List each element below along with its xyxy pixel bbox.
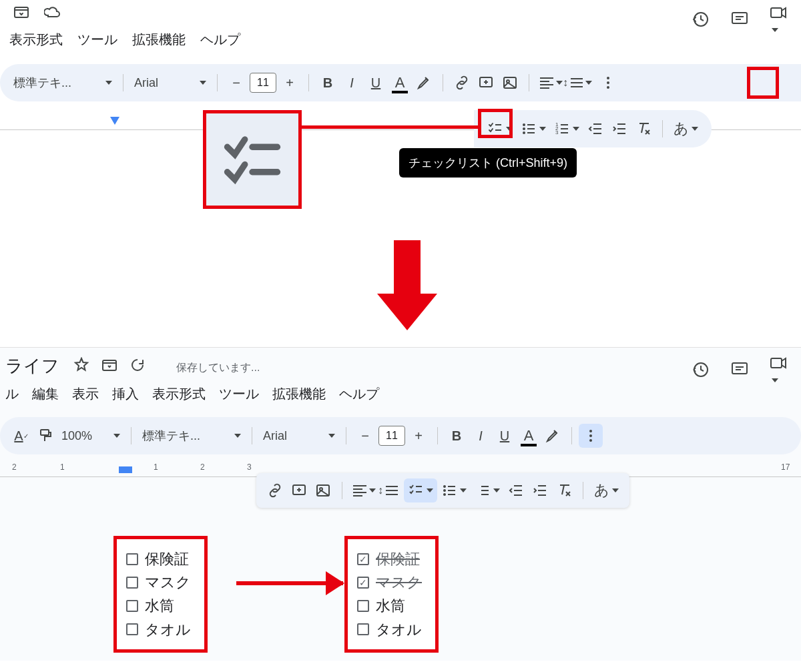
numbered-list-button[interactable]: 123 [550,117,583,141]
svg-point-7 [607,77,609,79]
font-size-increase[interactable]: + [278,71,302,95]
font-size-control: − 11 + [224,71,302,95]
checkbox-checked-icon[interactable] [357,553,369,565]
more-button[interactable] [596,71,620,95]
insert-image-button[interactable] [311,478,335,502]
star-icon[interactable] [73,357,89,373]
titlebar: ライフ 保存しています... [0,354,801,376]
history-icon[interactable] [692,10,710,29]
cloud-sync-icon[interactable] [129,357,146,373]
svg-point-21 [589,430,592,432]
menu-help[interactable]: ヘルプ [339,385,379,408]
check-item[interactable]: 保険証 [126,547,191,571]
meet-icon[interactable] [769,354,788,385]
clear-formatting-button[interactable] [631,117,655,141]
screenshot-panel-2: ライフ 保存しています... ル 編集 [0,347,801,661]
checkbox-icon[interactable] [126,600,138,612]
line-spacing-button[interactable] [380,478,404,502]
checklist-button[interactable] [404,478,437,502]
paint-format-button[interactable] [33,424,57,448]
paragraph-style-select[interactable]: 標準テキ... [9,71,116,95]
check-item[interactable]: タオル [126,618,191,641]
font-family-select[interactable]: Arial [259,424,339,448]
comment-icon[interactable] [730,360,749,379]
input-tools-button[interactable]: あ [590,478,623,502]
check-item[interactable]: 水筒 [357,594,422,617]
menu-insert[interactable]: 挿入 [112,385,139,408]
move-to-folder-icon[interactable] [13,4,29,20]
menu-format[interactable]: 表示形式 [152,385,206,408]
decrease-indent-button[interactable] [504,478,528,502]
clear-formatting-button[interactable] [552,478,576,502]
paragraph-style-select[interactable]: 標準テキ... [138,424,245,448]
font-size-decrease[interactable]: − [353,424,377,448]
checklist-button[interactable] [483,117,517,141]
menu-extensions[interactable]: 拡張機能 [272,385,326,408]
underline-button[interactable]: U [493,424,517,448]
indent-marker-icon[interactable] [119,466,132,473]
menu-extensions[interactable]: 拡張機能 [132,31,186,55]
history-icon[interactable] [692,360,710,379]
input-tools-button[interactable]: あ [670,117,702,141]
font-size-control: − 11 + [353,424,431,448]
bulleted-list-button[interactable] [517,117,550,141]
comment-icon[interactable] [730,10,749,29]
bold-button[interactable]: B [316,71,340,95]
increase-indent-button[interactable] [528,478,552,502]
font-size-increase[interactable]: + [407,424,431,448]
highlight-button[interactable] [541,424,565,448]
font-size-input[interactable]: 11 [378,426,405,446]
menu-tools[interactable]: ツール [77,31,117,55]
checkbox-icon[interactable] [357,623,369,635]
italic-button[interactable]: I [469,424,493,448]
bold-button[interactable]: B [445,424,469,448]
add-comment-button[interactable] [287,478,311,502]
insert-link-button[interactable] [263,478,287,502]
checkbox-icon[interactable] [126,577,138,589]
text-color-button[interactable]: A [517,424,541,448]
font-family-select[interactable]: Arial [130,71,210,95]
more-button[interactable] [579,424,603,448]
document-title[interactable]: ライフ [5,354,59,378]
decrease-indent-button[interactable] [583,117,607,141]
menu-edit[interactable]: 編集 [32,385,59,408]
menu-tools[interactable]: ツール [219,385,259,408]
increase-indent-button[interactable] [607,117,631,141]
check-item[interactable]: マスク [126,571,191,594]
italic-button[interactable]: I [340,71,364,95]
check-item[interactable]: タオル [357,618,422,641]
check-item[interactable]: 保険証 [357,547,422,571]
spellcheck-button[interactable]: A✓ [9,424,33,448]
text-color-button[interactable]: A [388,71,412,95]
font-size-decrease[interactable]: − [224,71,248,95]
add-comment-button[interactable] [474,71,498,95]
menubar: ル 編集 表示 挿入 表示形式 ツール 拡張機能 ヘルプ [0,385,801,408]
highlight-button[interactable] [412,71,436,95]
menu-file-partial[interactable]: ル [5,385,19,408]
checkbox-icon[interactable] [126,553,138,565]
checkbox-icon[interactable] [357,600,369,612]
menu-help[interactable]: ヘルプ [200,31,240,55]
menu-format[interactable]: 表示形式 [9,31,63,55]
move-to-folder-icon[interactable] [101,357,117,373]
checkbox-icon[interactable] [126,623,138,635]
bulleted-list-button[interactable] [437,478,471,502]
svg-rect-16 [103,360,116,370]
zoom-select[interactable]: 100% [57,424,124,448]
check-item[interactable]: 水筒 [126,594,191,617]
svg-point-22 [589,434,592,437]
checkbox-checked-icon[interactable] [357,577,369,589]
numbered-list-button[interactable] [471,478,504,502]
annotation-arrow [236,581,343,585]
menu-view[interactable]: 表示 [72,385,99,408]
svg-rect-0 [15,7,28,17]
font-size-input[interactable]: 11 [250,73,276,93]
check-item[interactable]: マスク [357,571,422,594]
indent-marker-icon[interactable] [110,117,119,125]
underline-button[interactable]: U [364,71,388,95]
insert-image-button[interactable] [498,71,522,95]
line-spacing-button[interactable] [567,71,596,95]
insert-link-button[interactable] [450,71,474,95]
align-button[interactable] [349,478,380,502]
cloud-sync-icon[interactable] [44,4,60,20]
